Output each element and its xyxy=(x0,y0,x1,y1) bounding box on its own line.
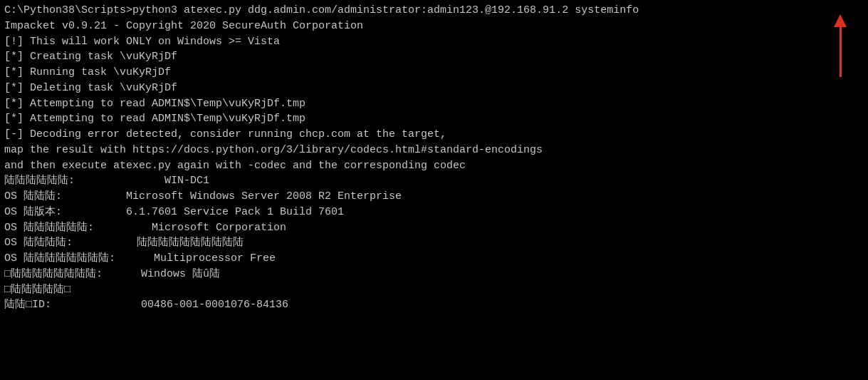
terminal-line: [*] Attempting to read ADMIN$\Temp\vuKyR… xyxy=(4,111,864,127)
terminal-line: Impacket v0.9.21 - Copyright 2020 Secure… xyxy=(4,19,864,34)
terminal-line: [*] Creating task \vuKyRjDf xyxy=(4,49,864,65)
terminal-line: □陆陆陆陆陆□ xyxy=(4,282,864,298)
terminal-line: OS 陆陆陆陆: 陆陆陆陆陆陆陆陆陆陆 xyxy=(4,235,864,251)
arrow-annotation xyxy=(834,14,847,77)
arrow-head xyxy=(834,14,847,27)
terminal-line: and then execute atexec.py again with -c… xyxy=(4,158,864,174)
terminal-line: OS 陆陆陆: Microsoft Windows Server 2008 R2… xyxy=(4,189,864,205)
arrow-shaft xyxy=(840,27,842,77)
terminal-line: [*] Running task \vuKyRjDf xyxy=(4,65,864,81)
terminal-line: 陆陆□ID: 00486-001-0001076-84136 xyxy=(4,297,864,313)
terminal-line: C:\Python38\Scripts>python3 atexec.py dd… xyxy=(4,3,864,19)
terminal-line: [-] Decoding error detected, consider ru… xyxy=(4,127,864,143)
terminal-line: [!] This will work ONLY on Windows >= Vi… xyxy=(4,34,864,50)
terminal-line: [*] Attempting to read ADMIN$\Temp\vuKyR… xyxy=(4,96,864,112)
terminal-line: [*] Deleting task \vuKyRjDf xyxy=(4,81,864,96)
terminal-line: OS 陆版本: 6.1.7601 Service Pack 1 Build 76… xyxy=(4,205,864,220)
terminal-output: C:\Python38\Scripts>python3 atexec.py dd… xyxy=(4,3,864,313)
terminal-line: OS 陆陆陆陆陆陆陆陆: Multiprocessor Free xyxy=(4,251,864,267)
terminal-line: map the result with https://docs.python.… xyxy=(4,143,864,158)
terminal-line: 陆陆陆陆陆陆: WIN-DC1 xyxy=(4,173,864,189)
terminal-line: OS 陆陆陆陆陆陆: Microsoft Corporation xyxy=(4,220,864,236)
terminal-line: □陆陆陆陆陆陆陆陆: Windows 陆û陆 xyxy=(4,267,864,282)
terminal-window: C:\Python38\Scripts>python3 atexec.py dd… xyxy=(0,0,868,380)
